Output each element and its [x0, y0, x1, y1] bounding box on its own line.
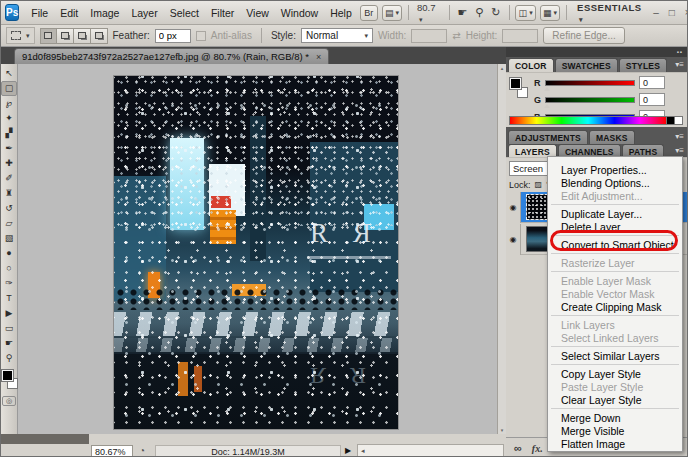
- pen-tool[interactable]: ✑: [1, 276, 17, 291]
- rectangular-marquee-tool[interactable]: ▢: [1, 81, 17, 96]
- layer-style-fx-icon[interactable]: fx.: [532, 443, 543, 454]
- horizontal-scrollbar[interactable]: ◂: [357, 444, 504, 457]
- status-flyout-icon[interactable]: ▶: [345, 446, 351, 455]
- width-input[interactable]: [411, 29, 447, 43]
- scroll-left-icon[interactable]: ◂: [358, 447, 368, 455]
- layer-visibility-eye-icon[interactable]: ◉: [506, 192, 521, 223]
- antialias-checkbox[interactable]: [196, 31, 206, 41]
- menu-filter[interactable]: Filter: [205, 7, 240, 19]
- hand-tool-icon[interactable]: ☛: [453, 6, 471, 19]
- link-layers-icon[interactable]: ∞: [514, 442, 522, 454]
- slider-handle[interactable]: [544, 104, 550, 108]
- rotate-view-icon[interactable]: ↻: [487, 6, 504, 19]
- tab-adjustments[interactable]: ADJUSTMENTS: [508, 130, 588, 144]
- layer-thumbnail-layer0[interactable]: [526, 226, 548, 252]
- gradient-tool[interactable]: ▧: [1, 231, 17, 246]
- swap-dimensions-icon[interactable]: ⇄: [452, 30, 460, 41]
- menu-item-create-clipping-mask[interactable]: Create Clipping Mask: [548, 300, 682, 313]
- menu-item-delete-layer[interactable]: Delete Layer: [548, 220, 682, 233]
- menu-image[interactable]: Image: [84, 7, 125, 19]
- panel-menu-icon[interactable]: ▾≡: [675, 132, 684, 141]
- red-channel-value[interactable]: 0: [639, 76, 665, 89]
- close-tab-icon[interactable]: ×: [316, 52, 321, 62]
- brush-tool[interactable]: ✐: [1, 171, 17, 186]
- arrange-documents-button[interactable]: ▦▾: [540, 5, 560, 21]
- lock-transparency-icon[interactable]: ▨: [535, 180, 543, 189]
- dodge-tool[interactable]: ○: [1, 261, 17, 276]
- history-brush-tool[interactable]: ↺: [1, 201, 17, 216]
- menu-view[interactable]: View: [240, 7, 275, 19]
- menu-item-select-similar-layers[interactable]: Select Similar Layers: [548, 349, 682, 362]
- type-tool[interactable]: T: [1, 291, 17, 306]
- menu-item-layer-properties[interactable]: Layer Properties...: [548, 163, 682, 176]
- tool-preset-picker[interactable]: ▾: [6, 27, 35, 44]
- foreground-color-swatch[interactable]: [2, 370, 13, 381]
- menu-item-flatten-image[interactable]: Flatten Image: [548, 437, 682, 450]
- foreground-color-swatch[interactable]: [510, 78, 521, 89]
- tab-color[interactable]: COLOR: [508, 58, 554, 72]
- close-button[interactable]: ×: [680, 7, 688, 18]
- menu-select[interactable]: Select: [164, 7, 205, 19]
- red-channel-slider[interactable]: [545, 80, 635, 86]
- bridge-button[interactable]: Br: [360, 5, 378, 21]
- menu-edit[interactable]: Edit: [54, 7, 84, 19]
- tab-swatches[interactable]: SWATCHES: [555, 58, 618, 72]
- shape-tool[interactable]: ▭: [1, 321, 17, 336]
- lasso-tool[interactable]: ℘: [1, 96, 17, 111]
- menu-file[interactable]: File: [25, 7, 54, 19]
- panel-menu-icon[interactable]: ▾≡: [675, 60, 684, 69]
- zoom-tool[interactable]: ⚲: [1, 351, 17, 366]
- zoom-level-dropdown[interactable]: 80.7 ▾: [413, 2, 445, 24]
- dock-collapse-bar[interactable]: ▪▪: [506, 47, 688, 57]
- workspace-switcher[interactable]: ESSENTIALS ▾: [571, 2, 648, 24]
- spectrum-white-swatch[interactable]: [675, 116, 683, 125]
- panel-menu-icon[interactable]: ▾≡: [675, 146, 684, 155]
- healing-brush-tool[interactable]: ✚: [1, 156, 17, 171]
- add-to-selection-button[interactable]: [57, 28, 74, 44]
- clone-stamp-tool[interactable]: ♜: [1, 186, 17, 201]
- green-channel-value[interactable]: 0: [639, 93, 665, 106]
- spectrum-black-swatch[interactable]: [667, 116, 675, 125]
- slider-handle[interactable]: [544, 87, 550, 91]
- menu-item-convert-to-smart-object[interactable]: Convert to Smart Object: [548, 238, 682, 251]
- green-channel-slider[interactable]: [545, 97, 635, 103]
- document-tab[interactable]: 91d0f895beb2743f972a2527ae127efb.jpg @ 8…: [14, 48, 329, 64]
- menu-layer[interactable]: Layer: [125, 7, 163, 19]
- minimize-button[interactable]: –: [648, 7, 664, 18]
- screen-mode-button[interactable]: ◫▾: [515, 5, 535, 21]
- style-select[interactable]: Normal ▾: [301, 28, 373, 43]
- refine-edge-button[interactable]: Refine Edge...: [543, 27, 624, 44]
- height-input[interactable]: [502, 29, 538, 43]
- move-tool[interactable]: ↖: [1, 66, 17, 81]
- quick-selection-tool[interactable]: ✦: [1, 111, 17, 126]
- path-selection-tool[interactable]: ▶: [1, 306, 17, 321]
- menu-item-copy-layer-style[interactable]: Copy Layer Style: [548, 367, 682, 380]
- color-spectrum-ramp[interactable]: [509, 116, 683, 125]
- scroll-down-icon[interactable]: ▾: [501, 427, 504, 433]
- scroll-up-icon[interactable]: ▴: [501, 65, 504, 71]
- eyedropper-tool[interactable]: ✒: [1, 141, 17, 156]
- menu-help[interactable]: Help: [324, 7, 358, 19]
- eraser-tool[interactable]: ▱: [1, 216, 17, 231]
- tab-masks[interactable]: MASKS: [589, 130, 635, 144]
- launcher-button[interactable]: ▤▾: [382, 5, 402, 21]
- blur-tool[interactable]: ●: [1, 246, 17, 261]
- menu-item-blending-options[interactable]: Blending Options...: [548, 176, 682, 189]
- menu-item-merge-visible[interactable]: Merge Visible: [548, 424, 682, 437]
- tab-styles[interactable]: STYLES: [619, 58, 667, 72]
- layer-visibility-eye-icon[interactable]: ◉: [506, 224, 521, 255]
- spectrum-gradient[interactable]: [509, 116, 667, 125]
- intersect-selection-button[interactable]: [91, 28, 108, 44]
- menu-item-clear-layer-style[interactable]: Clear Layer Style: [548, 393, 682, 406]
- new-selection-button[interactable]: [40, 28, 57, 44]
- maximize-button[interactable]: □: [664, 7, 680, 18]
- crop-tool[interactable]: ▞: [1, 126, 17, 141]
- quick-mask-button[interactable]: ◎: [2, 396, 16, 406]
- subtract-from-selection-button[interactable]: [74, 28, 91, 44]
- zoom-tool-icon[interactable]: ⚲: [471, 6, 487, 19]
- hand-tool[interactable]: ☛: [1, 336, 17, 351]
- menu-item-merge-down[interactable]: Merge Down: [548, 411, 682, 424]
- canvas-area[interactable]: R Я R Я: [18, 64, 497, 434]
- menu-item-duplicate-layer[interactable]: Duplicate Layer...: [548, 207, 682, 220]
- menu-window[interactable]: Window: [275, 7, 324, 19]
